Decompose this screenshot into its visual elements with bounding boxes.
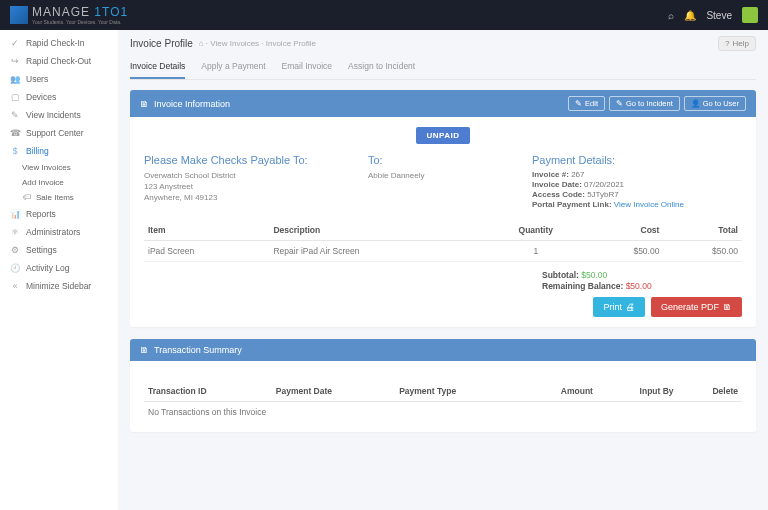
generate-pdf-button[interactable]: Generate PDF 🗎 (651, 297, 742, 317)
tab-email-invoice[interactable]: Email Invoice (282, 55, 333, 79)
avatar[interactable] (742, 7, 758, 23)
print-button[interactable]: Print 🖨 (593, 297, 645, 317)
sidebar-item-settings[interactable]: ⚙Settings (0, 241, 118, 259)
file-icon: 🗎 (140, 345, 149, 355)
sidebar-item-rapid-checkout[interactable]: ↪Rapid Check-Out (0, 52, 118, 70)
subtotal-amount: $50.00 (581, 270, 607, 280)
txn-card-title: Transaction Summary (154, 345, 242, 355)
payable-heading: Please Make Checks Payable To: (144, 154, 354, 166)
sidebar-sub-add-invoice[interactable]: Add Invoice (22, 175, 118, 190)
txn-empty: No Transactions on this Invoice (144, 402, 742, 423)
sidebar-item-support-center[interactable]: ☎Support Center (0, 124, 118, 142)
invoice-card-title: Invoice Information (154, 99, 230, 109)
help-button[interactable]: ?Help (718, 36, 756, 51)
sidebar-item-administrators[interactable]: ⚛Administrators (0, 223, 118, 241)
status-badge: UNPAID (416, 127, 469, 144)
th-delete: Delete (678, 381, 742, 402)
sidebar-item-reports[interactable]: 📊Reports (0, 205, 118, 223)
th-pay-type: Payment Type (395, 381, 520, 402)
sidebar: ✓Rapid Check-In ↪Rapid Check-Out 👥Users … (0, 30, 118, 510)
sidebar-item-activity-log[interactable]: 🕘Activity Log (0, 259, 118, 277)
sidebar-item-billing[interactable]: $Billing (0, 142, 118, 160)
help-icon: ? (725, 39, 729, 48)
th-amount: Amount (520, 381, 597, 402)
brand-logo[interactable]: MANAGE 1TO1 Your Students. Your Devices.… (10, 5, 128, 25)
invoice-number: 267 (571, 170, 584, 179)
th-total: Total (663, 220, 742, 241)
user-name: Steve (706, 10, 732, 21)
invoice-date: 07/20/2021 (584, 180, 624, 189)
goto-incident-button[interactable]: ✎Go to Incident (609, 96, 680, 111)
payable-line1: 123 Anystreet (144, 181, 354, 192)
th-item: Item (144, 220, 269, 241)
user-icon: 👤 (691, 99, 700, 108)
balance-amount: $50.00 (626, 281, 652, 291)
th-desc: Description (269, 220, 486, 241)
th-input-by: Input By (597, 381, 678, 402)
tab-assign-incident[interactable]: Assign to Incident (348, 55, 415, 79)
transaction-card: 🗎Transaction Summary Transaction ID Paym… (130, 339, 756, 432)
pdf-icon: 🗎 (723, 302, 732, 312)
sidebar-sub-view-invoices[interactable]: View Invoices (22, 160, 118, 175)
tabs: Invoice Details Apply a Payment Email In… (130, 55, 756, 80)
edit-button[interactable]: ✎Edit (568, 96, 605, 111)
crumb-invoice-profile: Invoice Profile (266, 39, 316, 48)
pencil-icon: ✎ (575, 99, 582, 108)
to-name: Abbie Danneely (368, 170, 518, 181)
table-row: iPad Screen Repair iPad Air Screen 1 $50… (144, 241, 742, 262)
page-title: Invoice Profile (130, 38, 193, 49)
to-heading: To: (368, 154, 518, 166)
invoice-card: 🗎Invoice Information ✎Edit ✎Go to Incide… (130, 90, 756, 327)
line-items-table: Item Description Quantity Cost Total iPa… (144, 220, 742, 262)
payment-heading: Payment Details: (532, 154, 742, 166)
tab-invoice-details[interactable]: Invoice Details (130, 55, 185, 79)
goto-user-button[interactable]: 👤Go to User (684, 96, 746, 111)
sidebar-item-users[interactable]: 👥Users (0, 70, 118, 88)
sidebar-item-view-incidents[interactable]: ✎View Incidents (0, 106, 118, 124)
sidebar-sub-sale-items[interactable]: 🏷Sale Items (22, 190, 118, 205)
portal-payment-link[interactable]: View Invoice Online (614, 200, 684, 209)
crumb-view-invoices[interactable]: View Invoices (210, 39, 259, 48)
file-icon: 🗎 (140, 99, 149, 109)
transaction-table: Transaction ID Payment Date Payment Type… (144, 381, 742, 422)
tab-apply-payment[interactable]: Apply a Payment (201, 55, 265, 79)
printer-icon: 🖨 (626, 302, 635, 312)
bell-icon[interactable]: 🔔 (684, 10, 696, 21)
topbar: MANAGE 1TO1 Your Students. Your Devices.… (0, 0, 768, 30)
logo-icon (10, 6, 28, 24)
payable-line2: Anywhere, MI 49123 (144, 192, 354, 203)
sidebar-item-devices[interactable]: ▢Devices (0, 88, 118, 106)
sidebar-item-rapid-checkin[interactable]: ✓Rapid Check-In (0, 34, 118, 52)
access-code: 5JTybR7 (587, 190, 619, 199)
sidebar-item-minimize[interactable]: «Minimize Sidebar (0, 277, 118, 295)
search-icon[interactable]: ⌕ (668, 10, 674, 21)
th-cost: Cost (585, 220, 664, 241)
th-qty: Quantity (487, 220, 585, 241)
th-txn-id: Transaction ID (144, 381, 272, 402)
th-pay-date: Payment Date (272, 381, 395, 402)
pencil-icon: ✎ (616, 99, 623, 108)
payable-name: Overwatch School District (144, 170, 354, 181)
